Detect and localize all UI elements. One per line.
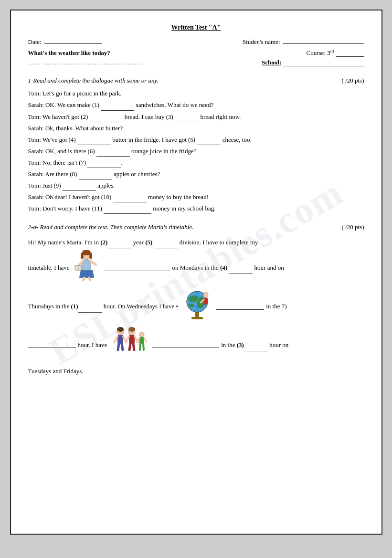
svg-rect-13 — [191, 317, 203, 319]
section2-title: 2-a- Read and complete the text. Then co… — [28, 223, 194, 231]
blank-s2-3[interactable] — [244, 345, 268, 351]
course-input[interactable] — [336, 49, 364, 57]
dialogue-line-3: Tom: We haven't got (2) bread. I can buy… — [28, 112, 364, 122]
student-input[interactable] — [283, 36, 364, 44]
dialogue-line-4: Sarah: Ok, thanks. What about butter? — [28, 123, 364, 134]
svg-point-37 — [139, 332, 144, 337]
blank-s2-1[interactable] — [78, 306, 102, 313]
section2-line5: Tuesdays and Fridays. — [28, 365, 364, 378]
blank-s2-2[interactable] — [107, 242, 131, 249]
blank-5[interactable] — [197, 138, 221, 145]
section2-in-the-3: in the (3) hour on — [221, 338, 288, 351]
header-row-2: What's the weather like today? Course: 3… — [28, 49, 364, 57]
dialogue-line-9: Tom: Just (9) apples. — [28, 180, 364, 191]
blank-s2-hour-a[interactable] — [28, 341, 76, 348]
svg-line-40 — [144, 338, 147, 342]
figure-globe — [183, 287, 212, 325]
section2-line1: Hi! My name's Maria. I'm in (2) year (5)… — [28, 236, 364, 249]
section2-in-the-7: in the 7) — [266, 300, 286, 313]
figure-girl — [74, 250, 100, 285]
blank-s2-monday-subject[interactable] — [104, 264, 170, 271]
course-label: Course: 3 — [307, 49, 330, 56]
section2-line3-row: Thursdays in the (1) hour. On Wednesdays… — [28, 287, 364, 325]
svg-line-28 — [122, 344, 123, 350]
blank-3[interactable] — [175, 116, 199, 122]
svg-rect-21 — [204, 298, 208, 305]
svg-line-35 — [133, 344, 134, 350]
dialogue-line-10: Sarah: Oh dear! I haven't got (10) money… — [28, 192, 364, 202]
svg-point-20 — [203, 292, 208, 298]
page-title: Written Test "A" — [28, 24, 364, 32]
date-field: Date: — [28, 36, 102, 46]
dialogue-line-2: Sarah: OK. We can make (1) sandwiches. W… — [28, 100, 364, 110]
weather-label: What's the weather like today? — [28, 49, 110, 57]
blank-s2-4[interactable] — [229, 267, 253, 274]
section2-hour-text: hour. I have — [78, 338, 107, 351]
date-input[interactable] — [44, 36, 102, 44]
svg-marker-5 — [79, 270, 94, 278]
svg-line-25 — [114, 337, 117, 342]
svg-line-42 — [143, 344, 144, 350]
blank-10[interactable] — [113, 196, 147, 202]
section1-title-row: 1-Read and complete the dialogue with so… — [28, 77, 364, 84]
school-label: School: — [262, 59, 281, 66]
svg-rect-4 — [82, 260, 91, 270]
section1-pts: ( /20 pts) — [342, 77, 364, 84]
blank-11[interactable] — [104, 207, 151, 214]
svg-line-27 — [118, 344, 119, 350]
section2-pts: ( /20 pts) — [342, 223, 364, 231]
svg-line-10 — [83, 278, 84, 281]
dialogue-block: Tom: Let's go for a picnic in the park. … — [28, 88, 364, 214]
svg-point-2 — [81, 253, 84, 259]
page: ESLprintables.com Written Test "A" Date:… — [10, 10, 382, 535]
date-label: Date: — [28, 38, 42, 46]
header-row-1: Date: Studen's name: — [28, 36, 364, 46]
school-field: School: — [262, 59, 364, 66]
course-field: Course: 3rd — [307, 49, 364, 57]
svg-line-7 — [91, 262, 96, 264]
blank-s2-wed-subject[interactable] — [216, 303, 264, 310]
blank-s2-tues-subject[interactable] — [152, 341, 219, 348]
section1-title: 1-Read and complete the dialogue with so… — [28, 77, 159, 84]
section2-timetable-text: timetable. I have — [28, 261, 70, 274]
blank-9[interactable] — [63, 184, 96, 191]
svg-line-34 — [129, 344, 130, 350]
dialogue-line-1: Tom: Let's go for a picnic in the park. — [28, 88, 364, 99]
section2-thursdays-text: Thursdays in the (1) hour. On Wednesdays… — [28, 300, 179, 313]
svg-rect-38 — [139, 337, 144, 344]
svg-point-3 — [89, 253, 92, 259]
dialogue-line-5: Tom: We've got (4) butter in the fridge.… — [28, 135, 364, 145]
student-label: Studen's name: — [243, 38, 280, 46]
svg-line-32 — [126, 337, 129, 342]
course-sup: rd — [330, 49, 334, 53]
section2-text: Hi! My name's Maria. I'm in (2) year (5)… — [28, 236, 364, 377]
school-input[interactable] — [283, 59, 364, 66]
blank-4[interactable] — [77, 138, 111, 145]
dotted-line: …… ……………………………………… — [28, 59, 144, 66]
svg-point-29 — [117, 327, 124, 332]
dialogue-line-8: Sarah: Are there (8) apples or cherries? — [28, 169, 364, 179]
figure-family — [112, 327, 148, 362]
svg-line-11 — [89, 278, 90, 281]
blank-1[interactable] — [101, 104, 134, 111]
section2-line4-row: hour. I have — [28, 327, 364, 362]
svg-point-36 — [128, 327, 135, 332]
dialogue-line-11: Tom: Don't worry. I have (11) money in m… — [28, 203, 364, 214]
svg-line-41 — [140, 344, 140, 350]
dialogue-line-6: Sarah: OK, and is there (6) orange juice… — [28, 146, 364, 157]
blank-s2-5[interactable] — [154, 242, 178, 249]
section2-mondays-text: on Mondays in the (4) hour and on — [172, 261, 284, 274]
blank-6[interactable] — [96, 150, 130, 157]
blank-8[interactable] — [79, 173, 112, 179]
dialogue-line-7: Tom: No, there isn't (7) . — [28, 158, 364, 168]
header-row-3: …… ……………………………………… School: — [28, 58, 364, 70]
blank-7[interactable] — [87, 161, 121, 168]
student-field: Studen's name: — [243, 36, 364, 46]
section2-line2-row: timetable. I have — [28, 250, 364, 285]
blank-2[interactable] — [90, 116, 123, 122]
section2-title-row: 2-a- Read and complete the text. Then co… — [28, 223, 364, 231]
